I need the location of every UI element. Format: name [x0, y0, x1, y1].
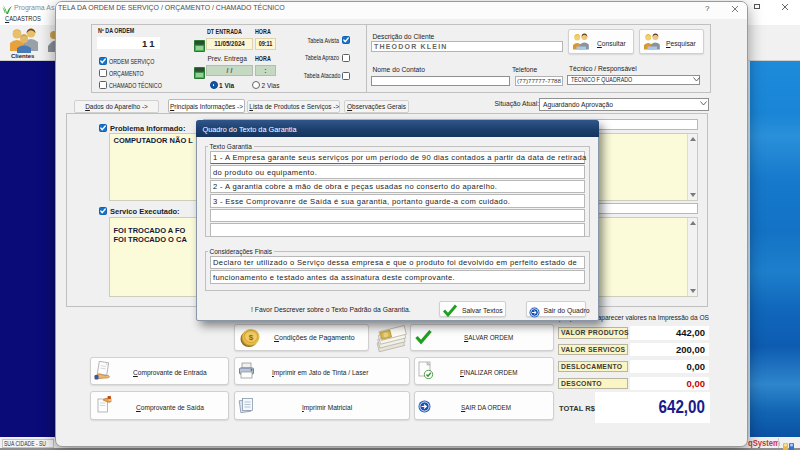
svg-text:$: $ — [249, 332, 254, 341]
